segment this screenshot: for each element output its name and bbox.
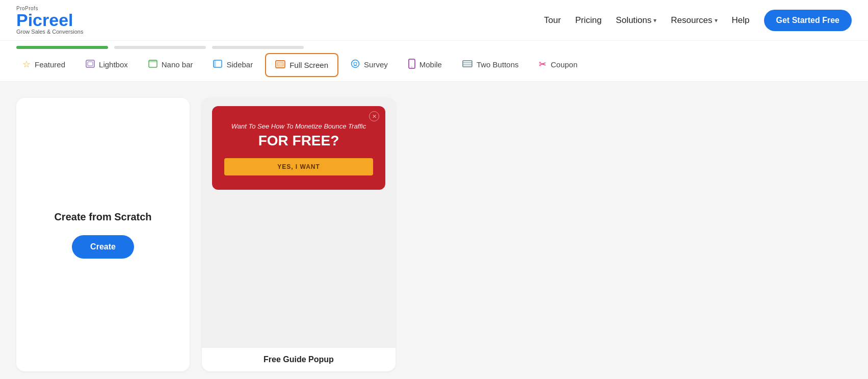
nanobar-icon: [148, 59, 157, 70]
template-preview: ✕ Want To See How To Monetize Bounce Tra…: [202, 98, 396, 348]
progress-step-2: [114, 46, 206, 49]
nav-tour[interactable]: Tour: [544, 15, 561, 26]
popup-subtitle: Want To See How To Monetize Bounce Traff…: [224, 122, 373, 130]
svg-point-8: [352, 60, 359, 67]
tab-survey[interactable]: Survey: [340, 50, 398, 81]
category-tabs: ☆ Featured Lightbox Nano bar: [0, 49, 868, 81]
tab-sidebar[interactable]: Sidebar: [203, 50, 263, 81]
nav-help[interactable]: Help: [732, 15, 750, 26]
popup-preview: ✕ Want To See How To Monetize Bounce Tra…: [212, 106, 385, 190]
template-label: Free Guide Popup: [202, 348, 396, 371]
main-nav: Tour Pricing Solutions ▾ Resources ▾ Hel…: [544, 10, 852, 31]
logo: ProProfs Picreel Grow Sales & Conversion…: [16, 6, 83, 35]
solutions-chevron-icon: ▾: [653, 17, 656, 24]
twobuttons-icon: [462, 60, 472, 69]
create-button[interactable]: Create: [72, 235, 134, 259]
logo-picreel: Picreel: [16, 11, 83, 29]
progress-bar-row: [0, 41, 868, 49]
header: ProProfs Picreel Grow Sales & Conversion…: [0, 0, 868, 41]
tab-nanobar[interactable]: Nano bar: [138, 50, 203, 81]
svg-rect-1: [88, 62, 93, 66]
tab-coupon[interactable]: ✂ Coupon: [529, 50, 588, 80]
tab-fullscreen[interactable]: Full Screen: [265, 53, 338, 77]
tabs-section: ☆ Featured Lightbox Nano bar: [0, 41, 868, 82]
star-icon: ☆: [22, 60, 31, 69]
create-from-scratch-card: Create from Scratch Create: [16, 98, 190, 371]
svg-rect-14: [463, 61, 472, 67]
progress-step-3: [212, 46, 304, 49]
svg-rect-7: [277, 62, 283, 66]
svg-rect-3: [149, 60, 157, 62]
mobile-icon: [408, 59, 415, 70]
tab-twobuttons[interactable]: Two Buttons: [452, 50, 529, 80]
tab-mobile[interactable]: Mobile: [398, 49, 452, 81]
nav-resources[interactable]: Resources ▾: [671, 15, 717, 26]
main-content: Create from Scratch Create ✕ Want To See…: [0, 82, 868, 379]
tab-lightbox[interactable]: Lightbox: [75, 50, 138, 81]
popup-title: FOR FREE?: [224, 133, 373, 149]
svg-point-13: [411, 66, 412, 67]
svg-point-11: [356, 62, 357, 63]
nav-pricing[interactable]: Pricing: [575, 15, 601, 26]
lightbox-icon: [86, 59, 95, 70]
get-started-button[interactable]: Get Started Free: [764, 10, 852, 31]
resources-chevron-icon: ▾: [715, 17, 718, 24]
close-icon: ✕: [369, 111, 379, 121]
survey-icon: [351, 59, 360, 70]
scratch-card-title: Create from Scratch: [54, 211, 151, 223]
popup-cta-button[interactable]: YES, I WANT: [224, 158, 373, 175]
tab-featured[interactable]: ☆ Featured: [12, 50, 75, 80]
progress-step-1: [16, 46, 108, 49]
coupon-icon: ✂: [539, 60, 546, 69]
sidebar-icon: [213, 59, 222, 70]
svg-point-9: [354, 62, 357, 65]
nav-solutions[interactable]: Solutions ▾: [616, 15, 656, 26]
fullscreen-icon: [275, 59, 285, 71]
logo-tagline: Grow Sales & Conversions: [16, 29, 83, 35]
svg-point-10: [353, 62, 354, 63]
svg-rect-0: [86, 60, 94, 67]
svg-rect-5: [214, 60, 216, 67]
template-card-free-guide: ✕ Want To See How To Monetize Bounce Tra…: [202, 98, 396, 371]
